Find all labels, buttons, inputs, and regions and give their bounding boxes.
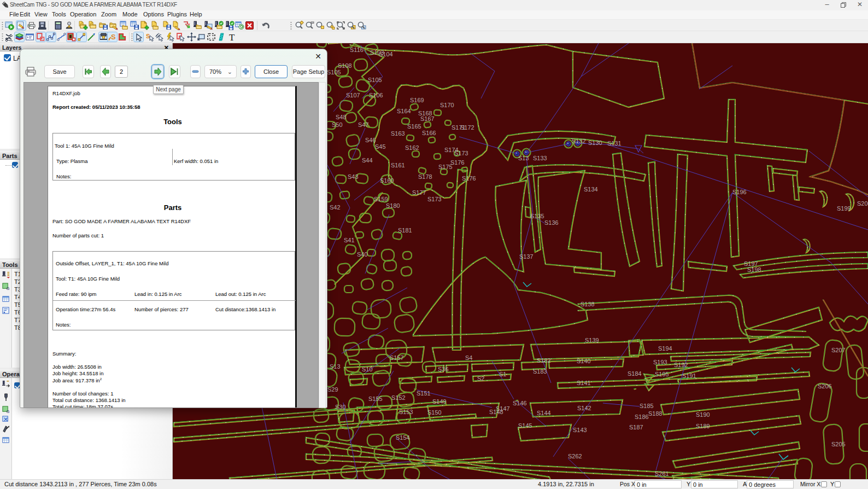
svg-text:S141: S141 <box>577 380 591 386</box>
svg-text:S169: S169 <box>410 97 424 103</box>
svg-text:S43: S43 <box>348 173 359 180</box>
svg-text:G: G <box>6 286 9 291</box>
svg-text:S183: S183 <box>533 368 547 375</box>
svg-text:S130: S130 <box>588 139 602 146</box>
svg-text:S171: S171 <box>451 124 466 131</box>
svg-text:S4: S4 <box>465 354 472 361</box>
svg-text:S162: S162 <box>405 144 419 151</box>
svg-text:S50: S50 <box>332 121 343 128</box>
svg-text:S104: S104 <box>379 51 393 57</box>
svg-text:S135: S135 <box>530 213 544 219</box>
svg-text:S177: S177 <box>412 189 426 196</box>
svg-text:S105: S105 <box>327 69 341 75</box>
svg-text:S29: S29 <box>327 386 338 393</box>
svg-text:S143: S143 <box>573 427 587 433</box>
svg-text:S46: S46 <box>365 137 376 143</box>
svg-text:S163: S163 <box>391 130 405 137</box>
svg-text:S165: S165 <box>407 123 421 130</box>
svg-text:S155: S155 <box>368 395 383 402</box>
svg-text:S192: S192 <box>674 362 688 368</box>
svg-text:S160: S160 <box>380 177 394 184</box>
svg-text:S106: S106 <box>369 92 383 98</box>
svg-text:S154: S154 <box>396 434 410 441</box>
svg-text:S185: S185 <box>640 403 654 409</box>
svg-text:S205: S205 <box>831 441 846 447</box>
svg-text:S161: S161 <box>391 162 405 168</box>
svg-text:S: S <box>111 33 116 41</box>
svg-text:S206: S206 <box>818 383 832 389</box>
svg-text:S153: S153 <box>399 409 413 415</box>
svg-text:S116: S116 <box>350 46 363 53</box>
svg-text:S108: S108 <box>338 62 352 69</box>
svg-text:S45: S45 <box>375 143 386 150</box>
svg-text:S105: S105 <box>368 77 382 83</box>
svg-text:S152: S152 <box>391 394 406 401</box>
svg-text:S195: S195 <box>655 371 669 377</box>
svg-text:T: T <box>229 32 235 42</box>
svg-text:S10: S10 <box>362 366 373 372</box>
svg-text:G: G <box>6 409 9 414</box>
svg-text:S30: S30 <box>335 404 346 410</box>
svg-text:S189: S189 <box>696 423 710 429</box>
svg-text:S138: S138 <box>580 301 595 307</box>
svg-text:S150: S150 <box>427 409 442 416</box>
svg-text:S170: S170 <box>440 102 454 108</box>
svg-text:S178: S178 <box>418 173 432 180</box>
svg-text:S166: S166 <box>422 130 436 136</box>
svg-text:S: S <box>146 33 150 39</box>
svg-text:S262: S262 <box>568 453 582 459</box>
svg-text:S48: S48 <box>336 114 347 120</box>
svg-text:S199: S199 <box>837 205 851 212</box>
svg-text:S157: S157 <box>390 354 404 361</box>
svg-text:S159: S159 <box>374 196 388 202</box>
svg-text:S136: S136 <box>544 219 559 226</box>
svg-text:S148: S148 <box>489 409 503 415</box>
svg-text:S167: S167 <box>420 115 435 122</box>
svg-text:S40: S40 <box>357 251 368 258</box>
svg-text:S44: S44 <box>362 157 373 164</box>
svg-text:S145: S145 <box>518 422 532 429</box>
svg-text:S140: S140 <box>577 358 591 364</box>
svg-text:S1: S1 <box>499 371 506 377</box>
svg-text:S13: S13 <box>330 363 341 370</box>
svg-text:S207: S207 <box>831 347 846 353</box>
svg-text:S184: S184 <box>627 370 642 377</box>
svg-text:S131: S131 <box>607 140 621 147</box>
svg-text:S181: S181 <box>398 227 412 234</box>
svg-text:S41: S41 <box>344 237 355 243</box>
svg-text:S151: S151 <box>417 390 431 397</box>
svg-text:S187: S187 <box>629 424 643 430</box>
svg-text:S2: S2 <box>477 375 484 382</box>
svg-text:S134: S134 <box>584 186 598 193</box>
svg-text:S193: S193 <box>653 359 667 365</box>
svg-text:S146: S146 <box>513 400 527 406</box>
svg-text:S175: S175 <box>438 164 453 170</box>
svg-text:S180: S180 <box>386 202 400 209</box>
svg-text:S191: S191 <box>682 372 696 379</box>
svg-text:S42: S42 <box>330 204 341 211</box>
svg-text:S198: S198 <box>747 266 761 273</box>
svg-text:S144: S144 <box>537 410 551 416</box>
svg-text:S142: S142 <box>577 405 591 411</box>
svg-text:S36: S36 <box>438 366 449 372</box>
svg-text:S174: S174 <box>444 147 459 153</box>
svg-text:S173: S173 <box>427 196 442 202</box>
svg-text:S196: S196 <box>732 189 747 195</box>
svg-text:S182: S182 <box>537 357 551 364</box>
svg-text:S176: S176 <box>450 159 465 166</box>
svg-text:S188: S188 <box>648 410 662 417</box>
svg-text:S133: S133 <box>533 155 547 161</box>
svg-text:S132: S132 <box>572 138 586 144</box>
svg-text:S149: S149 <box>432 398 447 405</box>
svg-text:S139: S139 <box>585 337 599 344</box>
svg-text:S164: S164 <box>397 108 411 114</box>
svg-text:S176: S176 <box>462 175 476 182</box>
svg-text:S137: S137 <box>519 253 533 260</box>
svg-text:S47: S47 <box>358 121 369 128</box>
svg-text:S107: S107 <box>346 92 360 98</box>
svg-text:S261: S261 <box>655 470 669 477</box>
svg-text:S186: S186 <box>635 414 649 420</box>
svg-text:S194: S194 <box>658 345 672 352</box>
svg-text:S200: S200 <box>857 200 868 207</box>
svg-text:S13: S13 <box>518 155 529 161</box>
